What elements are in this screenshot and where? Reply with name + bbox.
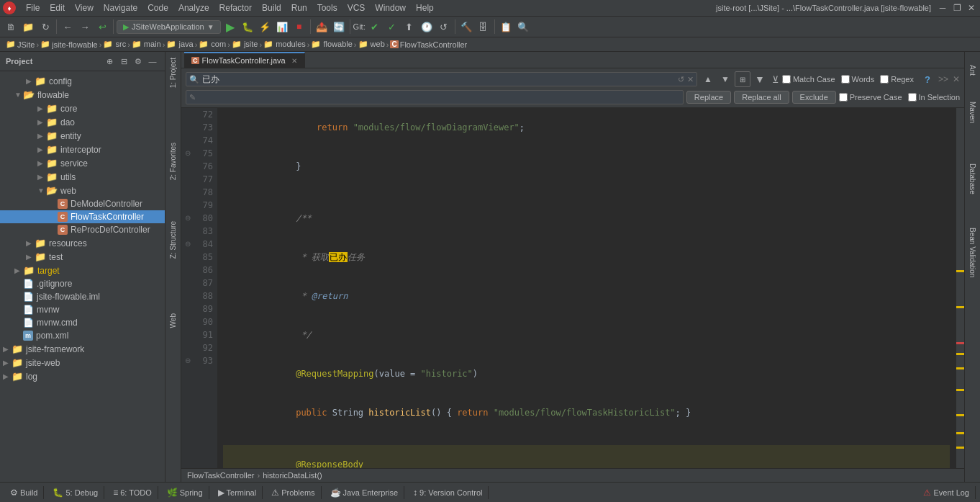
match-case-checkbox[interactable] xyxy=(782,75,791,84)
tab-close-button[interactable]: ✕ xyxy=(291,57,297,65)
git-update-button[interactable]: ⬆ xyxy=(401,19,417,35)
sidebar-collapse-button[interactable]: ⊟ xyxy=(117,55,130,68)
menu-analyze[interactable]: Analyze xyxy=(174,1,214,14)
search-words-button[interactable]: ⊞ xyxy=(735,71,750,87)
words-checkbox[interactable] xyxy=(841,75,850,84)
sidebar-item-log[interactable]: ▶ 📁 log xyxy=(0,369,165,383)
in-selection-checkbox[interactable] xyxy=(908,93,917,102)
regex-option[interactable]: Regex xyxy=(880,75,914,84)
breadcrumb-flowable[interactable]: 📁 flowable xyxy=(311,40,352,49)
ant-tab[interactable]: Ant xyxy=(967,59,978,81)
sidebar-item-resources[interactable]: ▶ 📁 resources xyxy=(0,236,165,250)
sidebar-item-service[interactable]: ▶ 📁 service xyxy=(0,156,165,170)
replace-input[interactable] xyxy=(199,92,680,102)
sidebar-item-jsite-web[interactable]: ▶ 📁 jsite-web xyxy=(0,356,165,369)
preserve-case-checkbox[interactable] xyxy=(839,93,848,102)
bottom-tab-terminal[interactable]: ▶ Terminal xyxy=(212,486,263,499)
structure-tab2[interactable]: Z: Structure xyxy=(168,215,178,264)
refresh-deploy-button[interactable]: 🔄 xyxy=(331,19,347,35)
back-button[interactable]: ← xyxy=(60,19,76,35)
menu-view[interactable]: View xyxy=(71,1,98,14)
menu-run[interactable]: Run xyxy=(287,1,312,14)
sidebar-minimize-button[interactable]: — xyxy=(146,55,159,68)
breadcrumb-bottom-method[interactable]: historicDataList() xyxy=(263,471,322,480)
revert-button[interactable]: ↩ xyxy=(94,19,110,35)
breadcrumb-controller[interactable]: C FlowTaskController xyxy=(390,40,467,49)
sidebar-item-config[interactable]: ▶ 📁 config xyxy=(0,74,165,88)
search-filter-button[interactable]: ▼ xyxy=(752,71,768,87)
breadcrumb-jsite2[interactable]: 📁 jsite xyxy=(232,40,258,49)
bottom-tab-java-enterprise[interactable]: ☕ Java Enterprise xyxy=(325,486,404,499)
search-close-button[interactable]: ✕ xyxy=(687,75,694,84)
next-match-button[interactable]: ▼ xyxy=(717,71,733,87)
sidebar-item-pom[interactable]: ▶ m pom.xml xyxy=(0,329,165,342)
in-selection-option[interactable]: In Selection xyxy=(908,93,960,102)
menu-refactor[interactable]: Refactor xyxy=(215,1,256,14)
web-tab[interactable]: Web xyxy=(168,308,178,333)
filter-icon[interactable]: ⊻ xyxy=(772,74,779,85)
database-tab[interactable]: Database xyxy=(967,158,978,200)
tab-flowtaskcontroller[interactable]: C FlowTaskController.java ✕ xyxy=(184,52,305,68)
sidebar-item-mvnw[interactable]: ▶ 📄 mvnw xyxy=(0,303,165,316)
structure-tab[interactable]: 2: Favorites xyxy=(168,137,178,186)
preserve-case-option[interactable]: Preserve Case xyxy=(839,93,902,102)
new-file-button[interactable]: 🗎 xyxy=(3,19,19,35)
sidebar-add-button[interactable]: ⊕ xyxy=(103,55,116,68)
menu-window[interactable]: Window xyxy=(371,1,410,14)
bottom-tab-problems[interactable]: ⚠ Problems xyxy=(266,486,321,499)
maven-tab[interactable]: Maven xyxy=(967,96,978,129)
run-button[interactable]: ▶ xyxy=(222,19,238,35)
structure-button[interactable]: 📋 xyxy=(498,19,514,35)
bean-validation-tab[interactable]: Bean Validation xyxy=(967,222,978,283)
bottom-tab-version-control[interactable]: ↕ 9: Version Control xyxy=(407,486,489,499)
menu-edit[interactable]: Edit xyxy=(45,1,69,14)
sidebar-settings-button[interactable]: ⚙ xyxy=(132,55,145,68)
breadcrumb-jsite-flowable[interactable]: 📁 jsite-flowable xyxy=(40,40,98,49)
help-button[interactable]: ? xyxy=(920,71,935,87)
git-check-button[interactable]: ✔ xyxy=(367,19,383,35)
sidebar-item-iml[interactable]: ▶ 📄 jsite-flowable.iml xyxy=(0,290,165,303)
forward-button[interactable]: → xyxy=(77,19,93,35)
sidebar-item-target[interactable]: ▶ 📁 target xyxy=(0,264,165,277)
bottom-tab-spring[interactable]: 🌿 Spring xyxy=(161,486,209,499)
sidebar-item-interceptor[interactable]: ▶ 📁 interceptor xyxy=(0,143,165,156)
deploy-button[interactable]: 📤 xyxy=(314,19,330,35)
bottom-tab-debug[interactable]: 🐛 5: Debug xyxy=(47,486,104,499)
bottom-tab-event-log[interactable]: ⚠ Event Log xyxy=(917,486,976,499)
exclude-button[interactable]: Exclude xyxy=(792,91,836,104)
match-case-option[interactable]: Match Case xyxy=(782,75,835,84)
minimize-button[interactable]: ─ xyxy=(937,2,948,14)
debug-button[interactable]: 🐛 xyxy=(240,19,255,35)
breadcrumb-java[interactable]: 📁 java xyxy=(166,40,193,49)
sidebar-item-framework[interactable]: ▶ 📁 jsite-framework xyxy=(0,342,165,356)
replace-all-button[interactable]: Replace all xyxy=(734,91,789,104)
sidebar-item-dao[interactable]: ▶ 📁 dao xyxy=(0,115,165,129)
open-button[interactable]: 📁 xyxy=(20,19,36,35)
sidebar-item-flowtask[interactable]: ▶ C FlowTaskController xyxy=(0,210,165,223)
sidebar-item-flowable[interactable]: ▼ 📂 flowable xyxy=(0,88,165,102)
replace-button[interactable]: Replace xyxy=(686,91,731,104)
stop-button[interactable]: ■ xyxy=(291,19,307,35)
breadcrumb-src[interactable]: 📁 src xyxy=(103,40,126,49)
git-history-button[interactable]: 🕐 xyxy=(419,19,435,35)
expand-search-button[interactable]: >> xyxy=(938,74,948,84)
bottom-tab-build[interactable]: ⚙ Build xyxy=(4,486,44,499)
database-button[interactable]: 🗄 xyxy=(476,19,491,35)
replace-input-wrap[interactable]: ✎ xyxy=(186,90,684,104)
breadcrumb-bottom-class[interactable]: FlowTaskController xyxy=(187,471,255,480)
sidebar-item-utils[interactable]: ▶ 📁 utils xyxy=(0,170,165,184)
sidebar-item-test[interactable]: ▶ 📁 test xyxy=(0,250,165,264)
sidebar-item-entity[interactable]: ▶ 📁 entity xyxy=(0,129,165,143)
sidebar-item-core[interactable]: ▶ 📁 core xyxy=(0,102,165,115)
regex-checkbox[interactable] xyxy=(880,75,889,84)
maximize-button[interactable]: ❐ xyxy=(951,2,963,14)
scroll-markers[interactable] xyxy=(956,108,964,468)
breadcrumb-com[interactable]: 📁 com xyxy=(199,40,226,49)
breadcrumb-main[interactable]: 📁 main xyxy=(132,40,161,49)
breadcrumb-modules[interactable]: 📁 modules xyxy=(263,40,306,49)
search-clear-history-button[interactable]: ↺ xyxy=(678,75,684,84)
menu-file[interactable]: File xyxy=(22,1,44,14)
code-editor-content[interactable]: return "modules/flow/flowDiagramViewer";… xyxy=(217,108,956,468)
sidebar-item-reprocdef[interactable]: ▶ C ReProcDefController xyxy=(0,223,165,236)
sidebar-item-gitignore[interactable]: ▶ 📄 .gitignore xyxy=(0,277,165,290)
